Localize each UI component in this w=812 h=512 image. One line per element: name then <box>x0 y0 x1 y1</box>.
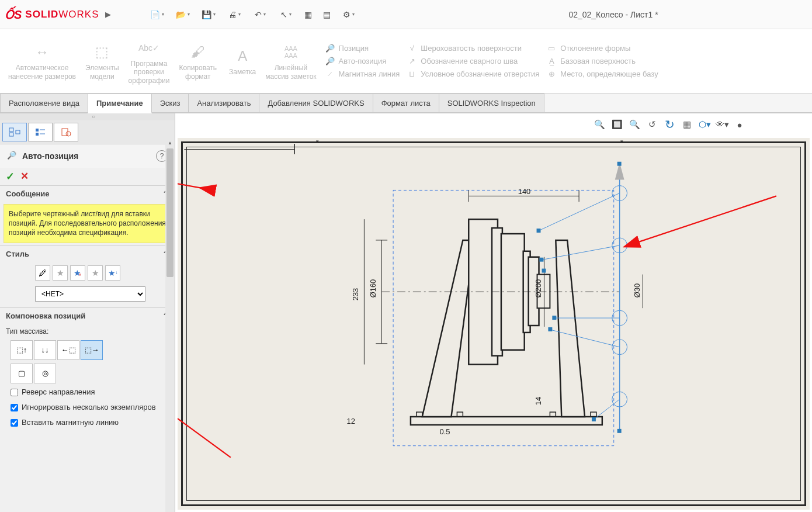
pm-tab-config-manager[interactable] <box>54 123 78 141</box>
style-load-button[interactable]: ★↓ <box>105 265 120 281</box>
options2-button[interactable]: ▤ <box>318 7 335 22</box>
settings-button[interactable]: ⚙▾ <box>336 7 361 22</box>
svg-line-37 <box>541 245 619 260</box>
layout-right-button[interactable]: ⬚→ <box>81 340 103 360</box>
surface-finish-button[interactable]: √Шероховатость поверхности <box>407 43 539 54</box>
ignore-multiple-checkbox[interactable] <box>11 404 18 411</box>
section-message-header[interactable]: Сообщение ⌃ <box>0 186 175 202</box>
tab-sheet-format[interactable]: Формат листа <box>373 94 439 112</box>
document-title: 02_02_Колесо - Лист1 * <box>467 10 759 19</box>
style-apply-button[interactable]: 🖉 <box>35 265 50 281</box>
magnetic-icon: ⟋ <box>325 69 335 79</box>
rebuild-button[interactable]: ▦ <box>299 7 317 22</box>
app-logo: ỐS SOLID WORKS ▶ <box>5 8 122 22</box>
ignore-multiple-label: Игнорировать несколько экземпляров <box>22 403 156 412</box>
scroll-thumb[interactable] <box>166 148 173 277</box>
pm-header: 🔎 Авто-позиция ? <box>0 144 175 168</box>
rotate-button[interactable]: ↺ <box>644 117 660 132</box>
tab-annotation[interactable]: Примечание <box>88 94 152 113</box>
zoom-area-button[interactable]: 🔲 <box>609 117 625 132</box>
datum-feature-button[interactable]: A̲Базовая поверхность <box>546 56 658 67</box>
format-painter-button[interactable]: 🖌 Копировать формат <box>174 29 221 93</box>
appearance-button[interactable]: ● <box>731 117 748 132</box>
dimension-icon: ↔ <box>32 41 53 63</box>
layout-left-button[interactable]: ←⬚ <box>57 340 79 360</box>
ribbon: ↔ Автоматическое нанесение размеров ⬚ Эл… <box>0 29 812 94</box>
pm-tab-property-manager[interactable] <box>28 123 53 141</box>
save-button[interactable]: 💾▾ <box>196 7 221 22</box>
brand-solid: SOLID <box>25 9 58 20</box>
section-layout-header[interactable]: Компоновка позиций ⌃ <box>0 308 175 324</box>
style-select[interactable]: <НЕТ> <box>35 286 145 302</box>
magnetic-line-button[interactable]: ⟋Магнитная линия <box>325 69 400 79</box>
scroll-up-icon[interactable]: ▲ <box>165 138 175 147</box>
print-button[interactable]: 🖨▾ <box>222 7 247 22</box>
weld-symbol-button[interactable]: ↗Обозначение сварного шва <box>407 56 539 67</box>
dim-140: 140 <box>518 187 531 196</box>
message-box: Выберите чертежный лист/вид для вставки … <box>4 204 171 243</box>
auto-balloon-icon: 🔎 <box>325 56 335 67</box>
layout-square-button[interactable]: ⬚↑ <box>11 340 33 360</box>
svg-rect-52 <box>592 417 596 421</box>
drawing-view[interactable]: 140 Ø160 233 Ø30 Ø200 12 0.5 14 <box>178 138 810 510</box>
datum-target-icon: ⊕ <box>546 69 557 79</box>
hide-show-button[interactable]: 👁▾ <box>714 117 730 132</box>
model-items-button[interactable]: ⬚ Элементы модели <box>81 29 124 93</box>
abc-icon: Abc✓ <box>138 37 159 58</box>
tab-sketch[interactable]: Эскиз <box>151 94 189 112</box>
view-orientation-button[interactable]: ⬡▾ <box>696 117 713 132</box>
display-style-button[interactable]: ▦ <box>679 117 695 132</box>
panel-scrollbar[interactable]: ▲ <box>165 138 175 512</box>
linear-pattern-button[interactable]: AAAAAA Линейный массив заметок <box>261 29 321 93</box>
note-button[interactable]: A Заметка <box>224 29 261 93</box>
reverse-direction-checkbox[interactable] <box>11 389 18 396</box>
zoom-selection-button[interactable]: 🔍 <box>626 117 643 132</box>
layout-convex-button[interactable]: ▢ <box>11 364 33 383</box>
drawing-canvas[interactable]: 🔍 🔲 🔍 ↺ ↻ ▦ ⬡▾ 👁▾ ● ▾ ▾ <box>175 113 812 512</box>
spellcheck-button[interactable]: Abc✓ Программа проверки орфографии <box>124 29 175 93</box>
weld-icon: ↗ <box>407 56 417 67</box>
style-save-button[interactable]: ★ <box>88 265 103 281</box>
datum-target-button[interactable]: ⊕Место, определяющее базу <box>546 69 658 79</box>
auto-dimension-button[interactable]: ↔ Автоматическое нанесение размеров <box>4 29 81 93</box>
section-style-header[interactable]: Стиль ⌃ <box>0 246 175 262</box>
tab-view-layout[interactable]: Расположение вида <box>0 94 88 112</box>
geo-tol-button[interactable]: ▭Отклонение формы <box>546 43 658 54</box>
svg-line-43 <box>594 399 620 420</box>
auto-balloon-button[interactable]: 🔎Авто-позиция <box>325 56 400 67</box>
tab-evaluate[interactable]: Анализировать <box>188 94 259 112</box>
pin-handle[interactable]: ○ <box>0 113 175 120</box>
expand-icon[interactable]: ▶ <box>105 10 111 19</box>
style-delete-button[interactable]: ★× <box>70 265 85 281</box>
balloon-icon: 🔎 <box>325 43 335 54</box>
auto-balloon-header-icon: 🔎 <box>7 151 18 161</box>
svg-rect-47 <box>537 229 541 233</box>
hole-icon: ⊔ <box>407 69 417 79</box>
style-add-button[interactable]: ★ <box>53 265 68 281</box>
select-button[interactable]: ↖▾ <box>273 7 298 22</box>
svg-rect-54 <box>617 429 622 433</box>
pm-tab-feature-manager[interactable] <box>2 123 27 141</box>
undo-button[interactable]: ↶▾ <box>248 7 272 22</box>
dim-05: 0.5 <box>440 427 450 436</box>
open-button[interactable]: 📂▾ <box>171 7 195 22</box>
hole-callout-button[interactable]: ⊔Условное обозначение отверстия <box>407 69 539 79</box>
dim-30: Ø30 <box>633 283 641 297</box>
tab-inspection[interactable]: SOLIDWORKS Inspection <box>439 94 544 112</box>
ok-button[interactable]: ✓ <box>6 170 15 183</box>
layout-down-button[interactable]: ↓↓ <box>34 340 56 360</box>
note-icon: A <box>232 46 253 67</box>
geo-tol-icon: ▭ <box>546 43 557 54</box>
zoom-fit-button[interactable]: 🔍 <box>591 117 608 132</box>
tab-addins[interactable]: Добавления SOLIDWORKS <box>259 94 373 112</box>
dim-200: Ø200 <box>534 279 543 298</box>
pattern-type-label: Тип массива: <box>0 324 175 339</box>
insert-magnetic-checkbox[interactable] <box>11 419 18 427</box>
balloon-button[interactable]: 🔎Позиция <box>325 43 400 54</box>
model-items-icon: ⬚ <box>92 41 113 63</box>
linear-pattern-icon: AAAAAA <box>280 41 301 63</box>
layout-circular-button[interactable]: ◎ <box>34 364 56 383</box>
new-doc-button[interactable]: 📄▾ <box>145 7 169 22</box>
cancel-button[interactable]: ✕ <box>20 170 29 183</box>
refresh-button[interactable]: ↻ <box>661 117 678 132</box>
